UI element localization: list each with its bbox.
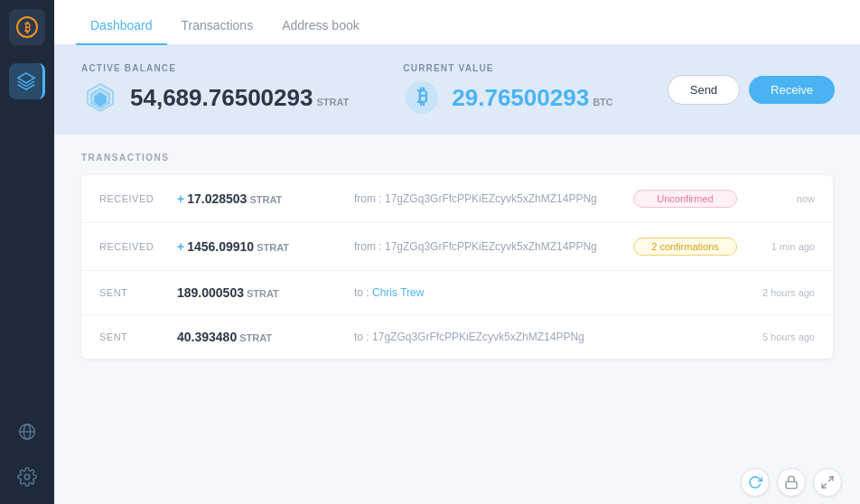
balance-actions: Send Receive [668,75,835,105]
tx-address: from : 17gZGq3GrFfcPPKiEZcyvk5xZhMZ14PPN… [354,240,619,253]
svg-rect-12 [786,481,797,488]
table-row: SENT 40.393480STRAT to : 17gZGq3GrFfcPPK… [81,315,833,359]
gear-icon [17,467,37,487]
tx-amount: 189.000503STRAT [177,285,340,300]
refresh-button[interactable] [741,468,770,497]
tx-type: SENT [99,287,163,298]
active-balance-label: ACTIVE BALANCE [81,63,349,73]
svg-text:₿: ₿ [417,85,427,107]
tx-amount: +1456.09910STRAT [177,239,340,254]
send-button[interactable]: Send [668,75,740,105]
tx-time: 5 hours ago [752,331,815,342]
current-value-block: CURRENT VALUE ₿ 29.76500293BTC [403,63,612,117]
tx-address: to : 17gZGq3GrFfcPPKiEZcyvk5xZhMZ14PPNg [354,331,619,343]
tx-type: RECEIVED [99,193,163,204]
tx-type: SENT [99,331,163,342]
tx-time: 1 min ago [752,241,815,252]
sidebar: ₿ [0,0,54,504]
tx-time: 2 hours ago [752,287,815,298]
tx-time: now [752,193,815,204]
sidebar-item-settings[interactable] [9,459,45,495]
table-row: RECEIVED +1456.09910STRAT from : 17gZGq3… [81,223,833,271]
svg-marker-2 [17,73,33,83]
receive-button[interactable]: Receive [749,76,835,104]
tx-address: to : Chris Trew [354,286,619,299]
active-currency: STRAT [316,97,349,107]
tx-amount: 40.393480STRAT [177,330,340,344]
btc-icon: ₿ [403,79,441,117]
top-navigation: Dashboard Transactions Address book [54,0,860,45]
sidebar-item-wallet[interactable] [9,63,45,99]
tx-type: RECEIVED [99,241,163,252]
tab-address-book[interactable]: Address book [267,7,374,45]
active-balance-value: 54,689.76500293STRAT [130,84,349,112]
sidebar-logo[interactable]: ₿ [9,9,45,45]
active-balance-block: ACTIVE BALANCE 54,689.76500293STRAT [81,63,349,117]
lock-button[interactable] [777,468,806,497]
current-amount-whole: 29 [452,84,478,111]
status-badge: 2 confirmations [633,238,737,256]
svg-text:₿: ₿ [24,21,31,34]
status-badge: Unconfirmed [633,190,737,208]
transactions-title: TRANSACTIONS [81,153,833,163]
balance-area: ACTIVE BALANCE 54,689.76500293STRAT CURR… [54,45,860,135]
svg-line-13 [828,477,833,481]
current-value-label: CURRENT VALUE [403,63,612,73]
expand-icon [820,475,835,490]
sidebar-item-globe[interactable] [9,414,45,450]
active-amount-whole: 54,689 [130,84,202,111]
table-row: RECEIVED +17.028503STRAT from : 17gZGq3G… [81,175,833,223]
tx-prefix: + [177,239,184,254]
tab-dashboard[interactable]: Dashboard [76,7,167,45]
tx-address: from : 17gZGq3GrFfcPPKiEZcyvk5xZhMZ14PPN… [354,192,619,205]
bottom-bar [54,461,860,504]
expand-button[interactable] [813,468,842,497]
tab-transactions[interactable]: Transactions [167,7,268,45]
table-row: SENT 189.000503STRAT to : Chris Trew 2 h… [81,271,833,315]
main-content: Dashboard Transactions Address book ACTI… [54,0,860,504]
svg-point-6 [24,474,30,480]
strat-icon [81,79,119,117]
current-value-display: 29.76500293BTC [452,84,612,112]
current-currency: BTC [593,97,613,107]
tx-amount: +17.028503STRAT [177,191,340,206]
svg-marker-9 [95,93,106,106]
current-amount-decimal: .76500293 [478,84,589,111]
globe-icon [17,422,37,442]
transaction-list: RECEIVED +17.028503STRAT from : 17gZGq3G… [81,175,833,359]
lock-icon [784,475,799,490]
active-amount-decimal: .76500293 [202,84,313,111]
layers-icon [16,71,36,91]
transactions-area: TRANSACTIONS RECEIVED +17.028503STRAT fr… [54,135,860,461]
tx-prefix: + [177,191,184,206]
refresh-icon [748,475,762,490]
svg-line-14 [822,483,827,488]
